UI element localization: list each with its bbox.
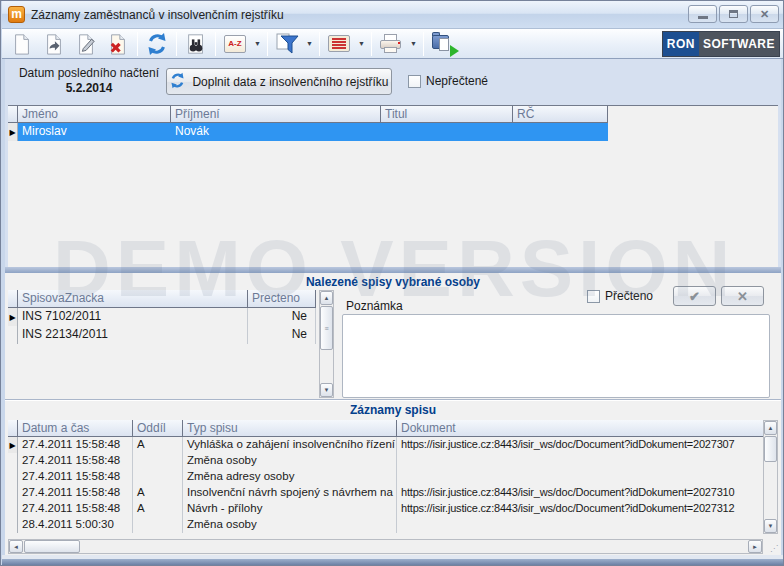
- records-col-dokument[interactable]: Dokument: [397, 420, 763, 436]
- close-button[interactable]: ✕: [750, 5, 779, 23]
- records-row[interactable]: 27.4.2011 15:58:48 A Návrh - přílohy htt…: [8, 501, 763, 517]
- refresh-icon: [169, 72, 186, 92]
- files-row[interactable]: ▶ INS 7102/2011 Ne: [8, 308, 316, 326]
- records-vertical-scrollbar[interactable]: ▲ ▼: [763, 420, 778, 534]
- load-insolvency-data-button[interactable]: Doplnit data z insolvenčního rejstříku: [166, 68, 392, 95]
- toolbar: A-Z ▼ ▼ ▼ ▼ RON SOFTWARE: [2, 29, 784, 59]
- files-row[interactable]: INS 22134/2011 Ne: [8, 326, 316, 344]
- title-bar[interactable]: m Záznamy zaměstnanců v insolvenčním rej…: [2, 1, 784, 29]
- persons-col-prijmeni[interactable]: Příjmení: [171, 106, 381, 122]
- confirm-note-button[interactable]: ✔: [673, 286, 716, 306]
- cell-dokument: [397, 469, 763, 485]
- minimize-button[interactable]: [688, 5, 717, 23]
- filter-button[interactable]: [271, 31, 303, 57]
- refresh-button[interactable]: [141, 31, 173, 57]
- edit-record-button[interactable]: [70, 31, 102, 57]
- cell-jmeno: Miroslav: [18, 123, 171, 141]
- cell-typ: Změna osoby: [183, 517, 397, 533]
- cell-znacka: INS 7102/2011: [18, 308, 248, 326]
- cell-typ: Změna adresy osoby: [183, 469, 397, 485]
- logo-software-text: SOFTWARE: [699, 32, 779, 56]
- columns-button[interactable]: [323, 31, 355, 57]
- cell-oddil: [133, 517, 183, 533]
- cell-typ: Změna osoby: [183, 453, 397, 469]
- cancel-note-button[interactable]: ✕: [721, 286, 764, 306]
- maximize-icon: [729, 10, 738, 18]
- delete-record-button[interactable]: [102, 31, 134, 57]
- open-record-button[interactable]: [38, 31, 70, 57]
- search-button[interactable]: [180, 31, 212, 57]
- x-icon: ✕: [737, 289, 748, 304]
- files-vertical-scrollbar[interactable]: ▲ ≡ ▼: [319, 290, 334, 398]
- files-col-precteno[interactable]: Precteno: [248, 290, 316, 307]
- scroll-up-button[interactable]: ▲: [320, 291, 333, 305]
- read-checkbox[interactable]: [587, 290, 600, 303]
- cell-dokument: https://isir.justice.cz:8443/isir_ws/doc…: [397, 485, 763, 501]
- window-title: Záznamy zaměstnanců v insolvenčním rejst…: [31, 8, 284, 22]
- resize-grip[interactable]: ⋰: [765, 540, 779, 553]
- cell-precteno: Ne: [248, 326, 316, 344]
- read-filter[interactable]: Přečteno: [587, 289, 653, 303]
- row-marker: ▶: [8, 437, 18, 453]
- cell-oddil: [133, 469, 183, 485]
- refresh-icon: [145, 32, 169, 56]
- scrollbar-thumb[interactable]: [764, 436, 777, 462]
- records-row[interactable]: 28.4.2011 5:00:30 Změna osoby: [8, 517, 763, 533]
- persons-selector-header: [8, 106, 18, 122]
- files-grid: SpisovaZnacka Precteno ▶ INS 7102/2011 N…: [8, 290, 316, 398]
- scrollbar-thumb[interactable]: ≡: [320, 306, 333, 350]
- records-horizontal-scrollbar[interactable]: ◄ ►: [8, 539, 763, 554]
- persons-row-selected[interactable]: ▶ Miroslav Novák: [8, 123, 608, 141]
- row-selector: [8, 501, 18, 517]
- persons-col-titul[interactable]: Titul: [381, 106, 513, 122]
- window-controls: ✕: [688, 5, 779, 23]
- records-col-oddil[interactable]: Oddíl: [133, 420, 183, 436]
- page-arrow-icon: [43, 33, 65, 55]
- scroll-down-button[interactable]: ▼: [764, 519, 777, 533]
- persons-col-jmeno[interactable]: Jméno: [18, 106, 171, 122]
- cell-typ: Insolvenční návrh spojený s návrhem na p…: [183, 485, 397, 501]
- last-load-block: Datum posledního načtení 5.2.2014: [13, 66, 165, 96]
- records-row[interactable]: 27.4.2011 15:58:48 Změna adresy osoby: [8, 469, 763, 485]
- records-row[interactable]: 27.4.2011 15:58:48 A Insolvenční návrh s…: [8, 485, 763, 501]
- records-section: Záznamy spisu Datum a čas Oddíl Typ spis…: [5, 399, 781, 555]
- sort-button[interactable]: A-Z: [219, 31, 251, 57]
- columns-dropdown-arrow[interactable]: ▼: [355, 31, 368, 57]
- cell-oddil: [133, 453, 183, 469]
- toolbar-separator: [215, 32, 216, 56]
- sort-az-icon: A-Z: [224, 35, 246, 53]
- ron-software-logo: RON SOFTWARE: [662, 31, 780, 57]
- persons-col-rc[interactable]: RČ: [513, 106, 608, 122]
- main-content: Datum posledního načtení 5.2.2014 Doplni…: [5, 59, 781, 555]
- toolbar-separator: [423, 32, 424, 56]
- scrollbar-thumb[interactable]: [24, 540, 80, 553]
- maximize-button[interactable]: [719, 5, 748, 23]
- print-button[interactable]: [375, 31, 407, 57]
- export-button[interactable]: [427, 31, 463, 57]
- files-section-title: Nalezené spisy vybrané osoby: [5, 275, 781, 289]
- records-row[interactable]: ▶ 27.4.2011 15:58:48 A Vyhláška o zaháje…: [8, 437, 763, 453]
- cell-dokument: https://isir.justice.cz:8443/isir_ws/doc…: [397, 437, 763, 453]
- print-dropdown-arrow[interactable]: ▼: [407, 31, 420, 57]
- scroll-right-button[interactable]: ►: [748, 540, 762, 553]
- sort-dropdown-arrow[interactable]: ▼: [251, 31, 264, 57]
- records-col-datetime[interactable]: Datum a čas: [18, 420, 133, 436]
- unread-checkbox[interactable]: [408, 75, 421, 88]
- cell-dokument: https://isir.justice.cz:8443/isir_ws/doc…: [397, 501, 763, 517]
- new-record-button[interactable]: [6, 31, 38, 57]
- row-selector: [8, 326, 18, 344]
- records-row[interactable]: 27.4.2011 15:58:48 Změna osoby: [8, 453, 763, 469]
- note-input[interactable]: [342, 314, 770, 398]
- scroll-up-button[interactable]: ▲: [764, 421, 777, 435]
- records-col-typ[interactable]: Typ spisu: [183, 420, 397, 436]
- records-section-title: Záznamy spisu: [5, 403, 781, 417]
- scroll-left-button[interactable]: ◄: [9, 540, 23, 553]
- row-marker: ▶: [8, 123, 18, 141]
- filter-dropdown-arrow[interactable]: ▼: [303, 31, 316, 57]
- files-col-znacka[interactable]: SpisovaZnacka: [18, 290, 248, 307]
- cell-precteno: Ne: [248, 308, 316, 326]
- cell-znacka: INS 22134/2011: [18, 326, 248, 344]
- unread-filter[interactable]: Nepřečtené: [408, 74, 488, 88]
- records-selector-header: [8, 420, 18, 436]
- scroll-down-button[interactable]: ▼: [320, 383, 333, 397]
